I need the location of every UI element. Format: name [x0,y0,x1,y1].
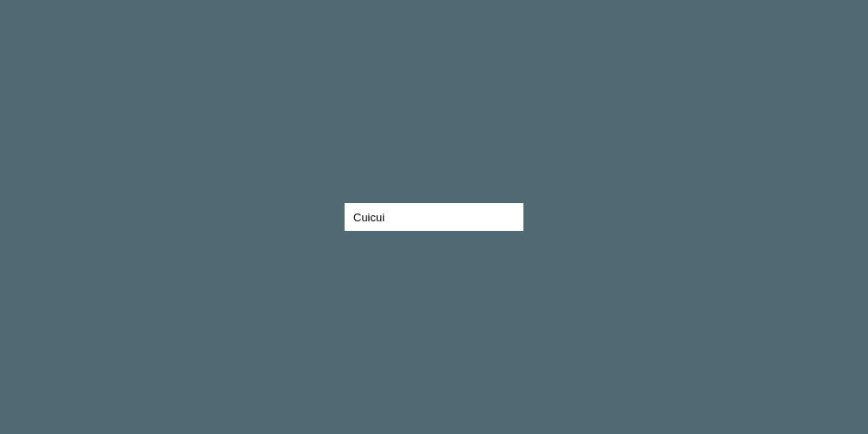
text-input[interactable]: Cuicui [345,203,523,231]
text-input-value: Cuicui [353,211,385,224]
